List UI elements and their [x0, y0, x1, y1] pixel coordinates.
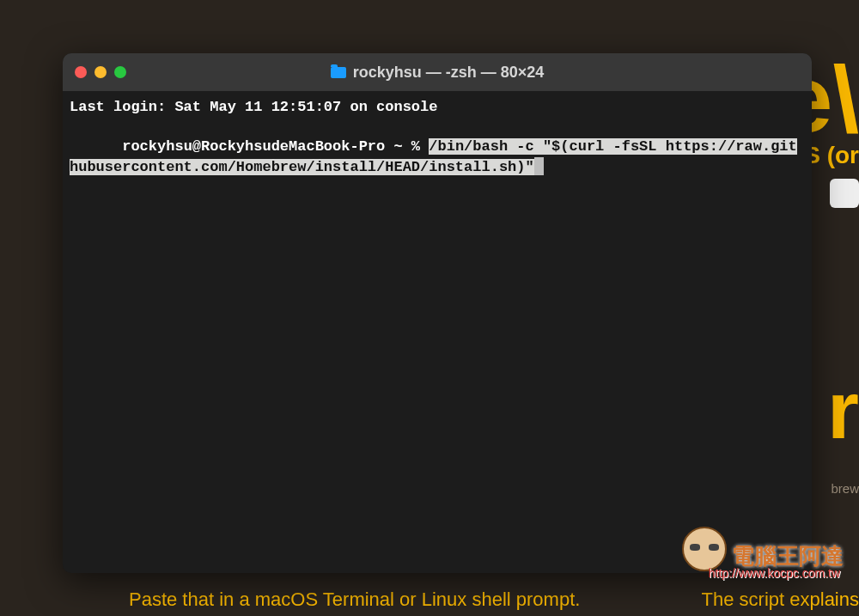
shell-prompt: rockyhsu@RockyhsudeMacBook-Pro ~ % — [122, 138, 429, 155]
watermark-url: http://www.kocpc.com.tw — [709, 566, 840, 580]
watermark-avatar-icon — [682, 527, 727, 571]
window-title: rockyhsu — -zsh — 80×24 — [63, 64, 812, 82]
window-title-text: rockyhsu — -zsh — 80×24 — [353, 64, 545, 82]
bg-subtext-fragment: S (or — [804, 142, 859, 169]
fullscreen-button[interactable] — [114, 66, 126, 78]
titlebar[interactable]: rockyhsu — -zsh — 80×24 — [63, 53, 812, 91]
minimize-button[interactable] — [94, 66, 107, 78]
bg-instruction-text-2: The script explains — [702, 589, 859, 611]
text-cursor — [534, 157, 544, 175]
watermark: 電腦王阿達 — [682, 527, 844, 571]
last-login-line: Last login: Sat May 11 12:51:07 on conso… — [70, 98, 805, 118]
folder-icon — [331, 67, 346, 78]
bg-code-fragment: brew — [831, 481, 859, 496]
traffic-lights — [75, 66, 126, 78]
copy-button[interactable] — [830, 179, 859, 208]
bg-instruction-text: Paste that in a macOS Terminal or Linux … — [129, 589, 580, 611]
terminal-body[interactable]: Last login: Sat May 11 12:51:07 on conso… — [63, 91, 812, 573]
prompt-line: rockyhsu@RockyhsudeMacBook-Pro ~ % /bin/… — [70, 118, 805, 198]
close-button[interactable] — [75, 66, 87, 78]
terminal-window[interactable]: rockyhsu — -zsh — 80×24 Last login: Sat … — [63, 53, 812, 573]
bg-headline-fragment-2: r — [827, 369, 859, 451]
